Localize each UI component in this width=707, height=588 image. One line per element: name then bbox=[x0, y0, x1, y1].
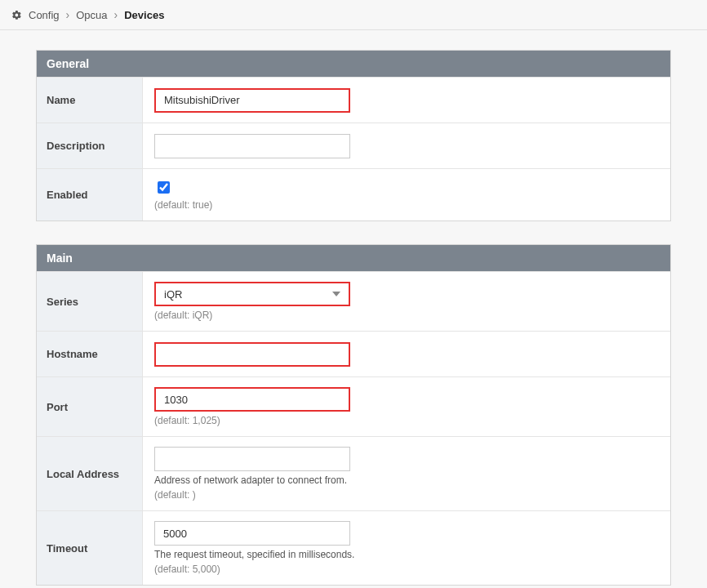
local-address-input[interactable] bbox=[154, 447, 350, 471]
timeout-input[interactable] bbox=[154, 521, 350, 546]
label-port: Port bbox=[37, 377, 143, 436]
label-description: Description bbox=[37, 123, 143, 168]
label-local-address: Local Address bbox=[37, 437, 143, 510]
row-series: Series iQR (default: iQR) bbox=[37, 271, 670, 331]
label-name: Name bbox=[37, 78, 143, 122]
breadcrumb-devices: Devices bbox=[124, 9, 164, 21]
breadcrumb: Config › Opcua › Devices bbox=[0, 0, 707, 30]
general-panel-header: General bbox=[37, 51, 670, 77]
label-timeout: Timeout bbox=[37, 511, 143, 585]
description-input[interactable] bbox=[154, 134, 350, 158]
name-input[interactable] bbox=[154, 88, 350, 113]
general-panel: General Name Description Enabled (defaul… bbox=[36, 50, 671, 221]
port-hint: (default: 1,025) bbox=[154, 415, 659, 426]
row-description: Description bbox=[37, 122, 670, 168]
series-hint: (default: iQR) bbox=[154, 310, 659, 321]
row-hostname: Hostname bbox=[37, 331, 670, 376]
label-hostname: Hostname bbox=[37, 332, 143, 376]
timeout-hint: (default: 5,000) bbox=[154, 564, 659, 575]
port-input[interactable] bbox=[154, 387, 350, 412]
row-local-address: Local Address Address of network adapter… bbox=[37, 436, 670, 510]
timeout-desc: The request timeout, specified in millis… bbox=[154, 549, 659, 560]
label-series: Series bbox=[37, 272, 143, 331]
local-address-hint: (default: ) bbox=[154, 489, 659, 501]
label-enabled: Enabled bbox=[37, 169, 143, 220]
row-enabled: Enabled (default: true) bbox=[37, 168, 670, 220]
enabled-checkbox[interactable] bbox=[158, 181, 170, 194]
series-value: iQR bbox=[164, 288, 182, 301]
page-content: General Name Description Enabled (defaul… bbox=[0, 30, 707, 588]
hostname-input[interactable] bbox=[154, 342, 350, 367]
breadcrumb-opcua[interactable]: Opcua bbox=[76, 9, 107, 21]
chevron-right-icon: › bbox=[66, 8, 70, 21]
chevron-right-icon: › bbox=[114, 8, 118, 21]
row-port: Port (default: 1,025) bbox=[37, 376, 670, 436]
row-name: Name bbox=[37, 77, 670, 122]
breadcrumb-config[interactable]: Config bbox=[29, 9, 60, 21]
main-panel: Main Series iQR (default: iQR) Hostname … bbox=[36, 244, 671, 586]
chevron-down-icon bbox=[332, 292, 340, 296]
series-select[interactable]: iQR bbox=[154, 282, 350, 306]
enabled-hint: (default: true) bbox=[154, 199, 659, 211]
local-address-desc: Address of network adapter to connect fr… bbox=[154, 474, 659, 486]
row-timeout: Timeout The request timeout, specified i… bbox=[37, 510, 670, 585]
main-panel-header: Main bbox=[37, 245, 670, 271]
gear-icon bbox=[11, 10, 22, 20]
